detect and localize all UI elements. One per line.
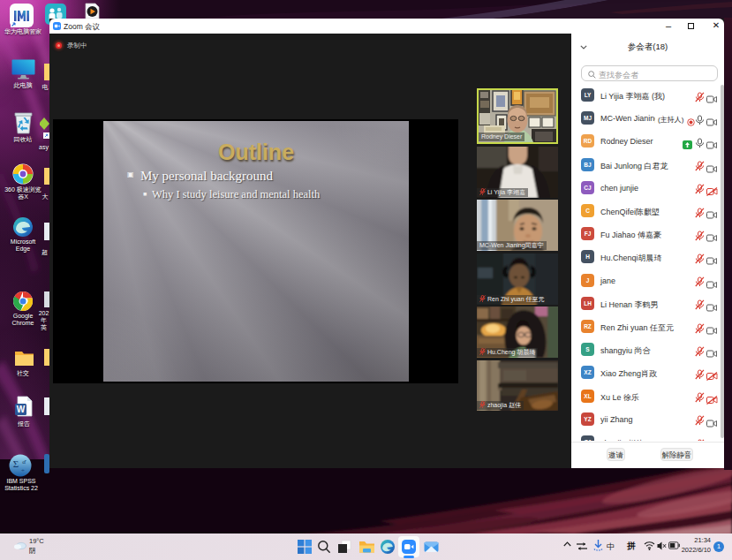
svg-text:÷: ÷ xyxy=(21,466,25,473)
svg-text:W: W xyxy=(17,405,26,414)
svg-text:Σ: Σ xyxy=(13,458,19,469)
